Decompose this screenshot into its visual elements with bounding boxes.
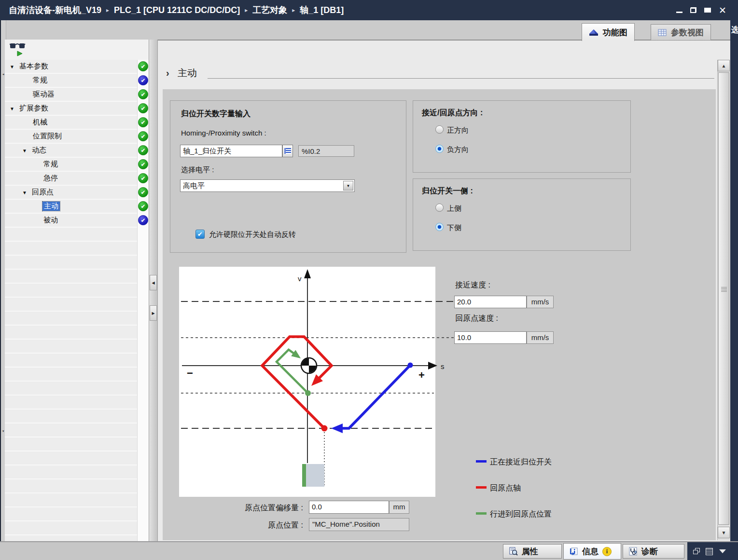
breadcrumb-axis-db[interactable]: 轴_1 [DB1] — [300, 4, 344, 16]
float-windows-icon[interactable] — [693, 548, 700, 554]
title-bar: 自清洁设备-新电机_V19 ▸ PLC_1 [CPU 1211C DC/DC/D… — [0, 0, 738, 20]
switch-label: Homing-/Proximity switch : — [181, 129, 266, 137]
direction-group: 接近/回原点方向 : 正方向 负方向 — [413, 100, 631, 173]
homing-speed-unit: mm/s — [527, 331, 554, 344]
nav-item-emergency-stop[interactable]: 急停 ✔ — [5, 172, 149, 186]
home-reference-point — [305, 390, 311, 396]
close-button[interactable]: ✕ — [719, 6, 726, 15]
positive-direction-radio[interactable] — [435, 125, 444, 134]
parameter-view-icon — [658, 29, 667, 36]
status-info-icon: ✔ — [138, 75, 148, 85]
negative-direction-label[interactable]: 负方向 — [447, 145, 469, 154]
home-offset-unit: mm — [389, 501, 409, 514]
home-position-field: "MC_Home".Position — [309, 518, 409, 531]
collapse-arrow-icon[interactable]: ▼ — [10, 106, 14, 111]
tab-properties[interactable]: 属性 — [503, 544, 562, 559]
v-axis-label: v — [298, 274, 302, 283]
collapse-pane-icon[interactable] — [719, 549, 726, 553]
taskcard-partial-label: 选 — [731, 25, 738, 35]
breadcrumb-project[interactable]: 自清洁设备-新电机_V19 — [9, 4, 101, 16]
level-select[interactable]: 高电平 ▼ — [180, 179, 355, 192]
nav-item-label: 急停 — [43, 174, 58, 183]
tab-diagnostics[interactable]: 诊断 — [623, 544, 684, 559]
restore-button[interactable] — [690, 7, 696, 13]
status-ok-icon: ✔ — [138, 89, 148, 99]
nav-item-passive-homing[interactable]: 被动 ✔ — [5, 214, 149, 228]
homing-switch-input[interactable]: 轴_1_归位开关 — [180, 145, 282, 157]
upper-side-radio[interactable] — [435, 204, 444, 212]
vertical-scrollbar[interactable]: ▲ ▼ — [717, 60, 730, 540]
legend-homing-swatch — [476, 486, 487, 489]
approach-speed-input[interactable]: 20.0 — [454, 296, 527, 308]
right-taskcard-strip[interactable]: 选 — [730, 0, 738, 560]
auto-reverse-label[interactable]: 允许硬限位开关处自动反转 — [209, 230, 296, 239]
nav-item-label: 动态 — [32, 146, 46, 155]
maximize-button[interactable] — [704, 8, 711, 13]
collapse-arrow-icon[interactable]: ▼ — [22, 190, 27, 195]
collapse-left-button[interactable]: ◀ — [150, 275, 157, 290]
tab-properties-label: 属性 — [522, 546, 538, 557]
nav-item-mechanics[interactable]: 机械 ✔ — [5, 116, 149, 130]
lower-side-radio[interactable] — [435, 223, 444, 231]
tab-parameter-view[interactable]: 参数视图 — [651, 24, 711, 41]
nav-item-position-limits[interactable]: 位置限制 ✔ — [5, 130, 149, 144]
status-ok-icon: ✔ — [138, 159, 148, 169]
nav-item-general-dynamics[interactable]: 常规 ✔ — [5, 158, 149, 172]
list-view-icon[interactable] — [706, 548, 713, 555]
collapse-arrow-icon[interactable]: ▼ — [10, 64, 14, 69]
legend-approach-swatch — [476, 460, 487, 463]
upper-side-label[interactable]: 上侧 — [447, 204, 461, 213]
scroll-up-button[interactable]: ▲ — [718, 60, 730, 71]
breadcrumb-tech-objects[interactable]: 工艺对象 — [252, 4, 287, 16]
legend-approach-label: 正在接近归位开关 — [490, 457, 552, 467]
expand-right-button[interactable]: ▶ — [150, 305, 157, 321]
nav-item-label: 扩展参数 — [19, 104, 48, 113]
nav-item-label: 被动 — [43, 216, 58, 225]
nav-item-label: 机械 — [33, 118, 47, 127]
tag-browse-button[interactable] — [282, 145, 293, 157]
homing-diagram: v s − + — [179, 267, 455, 497]
negative-direction-radio[interactable] — [435, 145, 444, 153]
minus-label: − — [187, 367, 193, 379]
breadcrumb-separator-icon: ▸ — [245, 7, 248, 14]
level-label: 选择电平 : — [181, 165, 214, 175]
tab-parameter-view-label: 参数视图 — [671, 27, 704, 38]
info-icon — [570, 547, 578, 556]
nav-splitter[interactable]: ◀ ▶ — [149, 40, 158, 541]
nav-item-drive[interactable]: 驱动器 ✔ — [5, 88, 149, 102]
switch-side-group: 归位开关一侧 : 上侧 下侧 — [413, 178, 631, 251]
tab-function-view[interactable]: 功能图 — [582, 23, 635, 41]
minimize-button[interactable] — [676, 12, 682, 13]
play-icon[interactable] — [16, 51, 23, 56]
nav-item-homing[interactable]: ▼ 回原点 ✔ — [5, 186, 149, 200]
properties-icon — [509, 547, 518, 556]
scroll-down-button[interactable]: ▼ — [718, 527, 730, 538]
breadcrumb-separator-icon: ▸ — [106, 7, 109, 14]
collapse-arrow-icon[interactable]: ▼ — [22, 148, 27, 153]
nav-item-label: 位置限制 — [33, 132, 62, 141]
lower-side-label[interactable]: 下侧 — [447, 223, 461, 232]
nav-item-active-homing[interactable]: 主动 ✔ — [5, 200, 149, 214]
breadcrumb-plc[interactable]: PLC_1 [CPU 1211C DC/DC/DC] — [114, 5, 240, 15]
nav-item-basic-params[interactable]: ▼ 基本参数 ✔ — [5, 60, 149, 74]
tab-function-view-label: 功能图 — [603, 27, 627, 38]
auto-reverse-checkbox[interactable]: ✔ — [195, 230, 205, 239]
left-strip-arrow-icon: ▾ — [2, 429, 4, 433]
homing-speed-input[interactable]: 10.0 — [454, 331, 527, 344]
nav-item-dynamics[interactable]: ▼ 动态 ✔ — [5, 144, 149, 158]
tab-info[interactable]: 信息 i — [563, 543, 621, 560]
homing-speed-label: 回原点速度 : — [455, 314, 498, 324]
navigation-panel: ▼ 基本参数 ✔ 常规 ✔ 驱动器 ✔ ▼ 扩展参数 ✔ 机械 ✔ 位置限制 ✔… — [5, 40, 149, 541]
glasses-icon[interactable] — [10, 42, 26, 50]
home-offset-label: 原点位置偏移量 : — [216, 503, 303, 513]
scrollbar-thumb[interactable] — [718, 72, 729, 525]
home-offset-input[interactable]: 0.0 — [309, 501, 389, 514]
status-ok-icon: ✔ — [138, 117, 148, 127]
dropdown-button[interactable]: ▼ — [343, 181, 353, 191]
level-select-value: 高电平 — [183, 181, 205, 190]
positive-direction-label[interactable]: 正方向 — [447, 126, 469, 135]
left-strip-arrow-icon: ◂ — [2, 72, 4, 76]
nav-item-extended-params[interactable]: ▼ 扩展参数 ✔ — [5, 102, 149, 116]
group-title: 接近/回原点方向 : — [422, 108, 483, 118]
nav-item-general-basic[interactable]: 常规 ✔ — [5, 74, 149, 88]
